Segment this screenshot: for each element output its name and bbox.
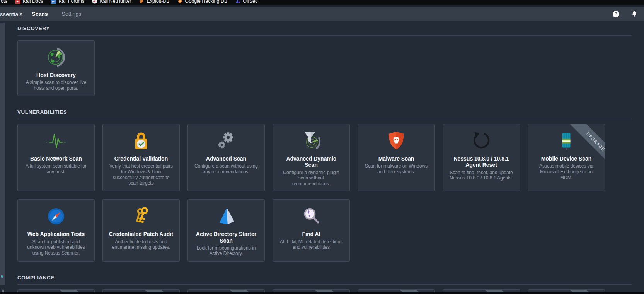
pulse-icon: [22, 130, 90, 152]
bookmark-label: Exploit-DB: [147, 0, 169, 4]
bookmark-google-hacking-db[interactable]: Google Hacking DB: [177, 0, 228, 4]
bookmark-label: Kali Docs: [23, 0, 43, 4]
card-desc: A full system scan suitable for any host…: [22, 163, 90, 174]
section-title: DISCOVERY: [17, 26, 50, 31]
gears-icon: [192, 130, 261, 152]
bookmark-label: OffSec: [243, 0, 257, 4]
reset-arrow-icon: [447, 130, 516, 152]
card-title: Advanced Scan: [192, 156, 261, 162]
bookmark-kali-forums[interactable]: Kali Forums: [51, 0, 84, 4]
brand-fragment: ssentials: [0, 11, 22, 17]
funnel-radar-icon: [277, 130, 346, 152]
tab-settings[interactable]: Settings: [62, 11, 82, 17]
template-card-host-discovery[interactable]: Host Discovery A simple scan to discover…: [17, 40, 95, 96]
card-desc: AI, LLM, ML related detections and vulne…: [277, 239, 346, 250]
bookmark-offsec[interactable]: OffSec: [235, 0, 257, 4]
bookmark-exploit-db[interactable]: Exploit-DB: [139, 0, 169, 4]
card-title: Credentialed Patch Audit: [107, 231, 175, 237]
section-compliance: COMPLIANCE UPGRADE Audit Cloud Infrastru…: [17, 274, 632, 294]
bookmark-label: Kali NetHunter: [100, 0, 131, 4]
template-card-active-directory-starter-scan[interactable]: Active Directory Starter Scan Look for m…: [187, 199, 265, 261]
bookmark-label: ots: [1, 0, 7, 4]
section-discovery: DISCOVERY Host Discovery A simple scan t…: [17, 25, 632, 96]
compass-icon: [22, 205, 90, 227]
nav-tabs: Scans Settings: [32, 11, 81, 17]
card-title: Active Directory Starter Scan: [192, 231, 261, 243]
exploit-db-icon: [139, 0, 144, 4]
kali-nethunter-icon: [92, 0, 97, 4]
help-icon[interactable]: ?: [613, 11, 619, 17]
section-title: COMPLIANCE: [17, 275, 55, 280]
section-title: VULNERABILITIES: [17, 109, 67, 115]
kali-forums-icon: [51, 0, 56, 4]
card-desc: Scan to find, reset, and update Nessus 1…: [447, 170, 516, 181]
card-title: Malware Scan: [362, 156, 431, 162]
card-title: Find AI: [277, 231, 346, 237]
bell-icon[interactable]: [631, 10, 638, 17]
shield-skull-icon: [362, 130, 431, 152]
template-card-advanced-dynamic-scan[interactable]: Advanced Dynamic Scan Configure a dynami…: [273, 124, 350, 191]
template-card-basic-network-scan[interactable]: Basic Network Scan A full system scan su…: [17, 124, 95, 191]
card-desc: Configure a dynamic plugin scan without …: [277, 170, 346, 187]
bookmark-kali-nethunter[interactable]: Kali NetHunter: [92, 0, 131, 4]
offsec-icon: [235, 0, 240, 4]
app-navbar: ssentials Scans Settings ?: [0, 5, 644, 21]
keys-icon: [107, 205, 175, 227]
lock-check-icon: [107, 130, 175, 152]
sidebar-link-fragment[interactable]: e: [1, 273, 3, 279]
template-card-credentialed-patch-audit[interactable]: Credentialed Patch Audit Authenticate to…: [102, 199, 180, 261]
card-title: Nessus 10.8.0 / 10.8.1 Agent Reset: [447, 156, 516, 168]
card-title: Mobile Device Scan: [532, 156, 601, 162]
tab-scans[interactable]: Scans: [32, 11, 48, 17]
mobile-phone-icon: [532, 130, 601, 152]
radar-icon: [22, 46, 90, 68]
template-card-malware-scan[interactable]: Malware Scan Scan for malware on Windows…: [358, 124, 435, 191]
scan-templates-page: DISCOVERY Host Discovery A simple scan t…: [17, 21, 632, 294]
card-desc: Authenticate to hosts and enumerate miss…: [107, 239, 175, 250]
collapsed-sidebar-edge: e: [0, 23, 5, 285]
card-desc: Assess mobile devices via Microsoft Exch…: [532, 163, 601, 180]
card-desc: A simple scan to discover live hosts and…: [22, 80, 90, 91]
card-desc: Scan for malware on Windows and Unix sys…: [362, 163, 431, 174]
template-card-credential-validation[interactable]: Credential Validation Verify that host c…: [102, 124, 180, 191]
browser-bookmarks-bar: ots Kali Docs Kali Forums Kali NetHunter…: [0, 0, 644, 5]
template-card-find-ai[interactable]: Find AI AI, LLM, ML related detections a…: [273, 199, 350, 261]
kali-docs-icon: [15, 0, 20, 4]
magnifier-sparkles-icon: [277, 205, 346, 227]
bottom-edge-bar: [0, 292, 644, 294]
pyramid-icon: [192, 205, 261, 227]
card-title: Web Application Tests: [22, 231, 90, 237]
card-desc: Scan for published and unknown web vulne…: [22, 239, 90, 256]
section-vulnerabilities: VULNERABILITIES Basic Network Scan A ful…: [17, 108, 632, 262]
card-desc: Verify that host credential pairs for Wi…: [107, 163, 175, 186]
template-card-advanced-scan[interactable]: Advanced Scan Configure a scan without u…: [187, 124, 265, 191]
template-card-mobile-device-scan[interactable]: UPGRADE Mobile Device Scan Assess mobile…: [528, 124, 605, 191]
google-hacking-db-icon: [177, 0, 183, 4]
bookmark-label: Google Hacking DB: [185, 0, 228, 4]
card-title: Host Discovery: [22, 72, 90, 78]
card-title: Credential Validation: [107, 156, 175, 162]
card-desc: Configure a scan without using any recom…: [192, 163, 261, 174]
bookmark-label: Kali Forums: [58, 0, 84, 4]
template-card-web-application-tests[interactable]: Web Application Tests Scan for published…: [17, 199, 95, 261]
bookmark-kali-tools[interactable]: ots: [1, 0, 7, 4]
card-title: Basic Network Scan: [22, 156, 90, 162]
card-title: Advanced Dynamic Scan: [277, 156, 346, 168]
template-card-nessus-agent-reset[interactable]: Nessus 10.8.0 / 10.8.1 Agent Reset Scan …: [443, 124, 520, 191]
bookmark-kali-docs[interactable]: Kali Docs: [15, 0, 43, 4]
card-desc: Look for misconfigurations in Active Dir…: [192, 245, 261, 256]
